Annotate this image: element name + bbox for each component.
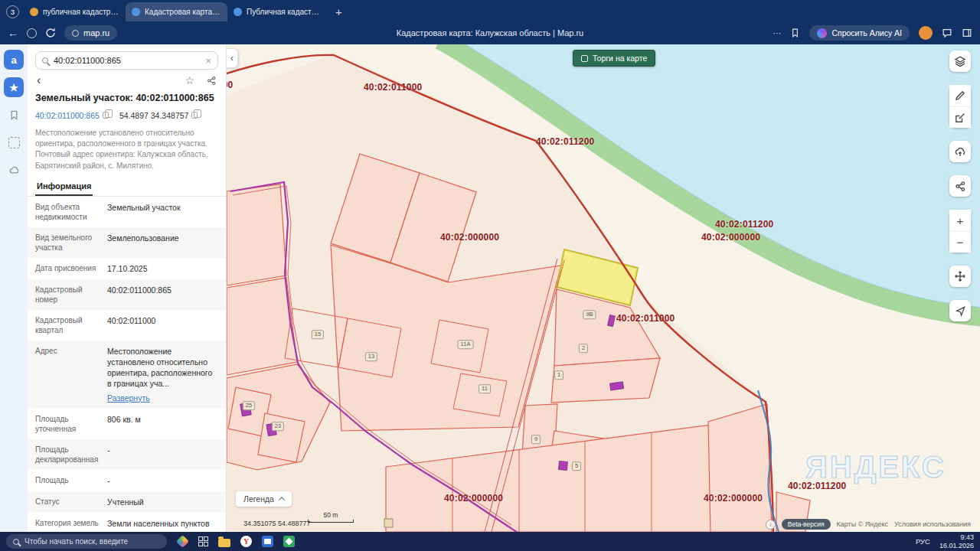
tab-information[interactable]: Информация [35, 176, 93, 196]
object-description: Местоположение установлено относительно … [35, 128, 218, 171]
ruler-button[interactable] [949, 85, 971, 106]
pencil-icon [954, 90, 966, 102]
map-toolbar: + − [949, 51, 971, 334]
info-value: Земли населенных пунктов [107, 518, 218, 529]
address-bar[interactable]: map.ru [64, 25, 117, 41]
cloud-tool-button[interactable] [4, 160, 24, 180]
legend-label: Легенда [243, 494, 274, 504]
toolbar-right: ··· Спросить Алису AI [773, 25, 972, 41]
info-row: Категория земельЗемли населенных пунктов [28, 513, 226, 532]
taskbar: Чтобы начать поиск, введите Y РУС 9:43 1… [0, 532, 980, 551]
pan-button[interactable] [949, 266, 971, 287]
tab-counter[interactable]: 3 [6, 5, 19, 18]
info-label: Категория земель [35, 518, 101, 529]
app-logo[interactable]: a [4, 50, 24, 70]
layers-button[interactable] [949, 51, 971, 72]
mail-app-icon[interactable] [262, 536, 273, 547]
task-view-icon[interactable] [198, 536, 208, 546]
profile-avatar[interactable] [919, 26, 933, 40]
info-value: Местоположение установлено относительно … [107, 346, 218, 403]
bookmark-tool-button[interactable] [4, 105, 24, 125]
share-map-button[interactable] [949, 175, 971, 197]
new-tab-button[interactable]: + [335, 5, 342, 18]
my-location-button[interactable] [949, 300, 971, 321]
info-row: Кадастровый квартал40:02:011000 [28, 310, 226, 341]
browser-tab-1[interactable]: публичная кадастровая к [24, 2, 126, 21]
terms-link[interactable]: Условия использования [894, 520, 971, 528]
search-input[interactable] [54, 56, 200, 65]
more-icon[interactable]: ··· [773, 29, 781, 37]
torgi-na-karte-button[interactable]: Торги на карте [573, 50, 655, 67]
side-panel-icon[interactable] [962, 28, 972, 38]
info-label: Вид земельного участка [35, 233, 101, 253]
export-button[interactable] [949, 141, 971, 162]
info-value: 806 кв. м [107, 414, 218, 434]
info-icon[interactable]: i [766, 520, 776, 530]
chevron-up-icon [279, 497, 285, 503]
legend-button[interactable]: Легенда [236, 491, 292, 507]
language-indicator[interactable]: РУС [916, 537, 930, 546]
info-label: Дата присвоения [35, 263, 101, 274]
yandex-watermark: ЯНДЕКС [805, 450, 946, 484]
search-icon [42, 57, 48, 64]
tab-label: публичная кадастровая к [43, 8, 119, 16]
cadastral-number-link[interactable]: 40:02:011000:865 [35, 111, 100, 120]
building-footprint [384, 519, 393, 527]
info-row: Площадь декларированная- [28, 439, 226, 470]
zoom-out-button[interactable]: − [949, 231, 971, 253]
copy-icon[interactable] [103, 112, 109, 119]
info-row: Вид объекта недвижимостиЗемельный участо… [28, 197, 226, 227]
tab-favicon [132, 8, 140, 16]
clear-search-icon[interactable]: × [205, 55, 211, 67]
zoom-in-button[interactable]: + [949, 210, 971, 231]
bookmark-icon[interactable] [790, 28, 800, 38]
expand-link[interactable]: Развернуть [107, 393, 218, 403]
edit-button[interactable] [949, 106, 971, 128]
content-area: a ★ × ‹ ☆ [0, 44, 980, 532]
share-icon[interactable] [207, 76, 217, 86]
tab-favicon [30, 8, 38, 16]
info-value: Землепользование [107, 233, 218, 253]
chat-icon[interactable] [942, 28, 952, 38]
taskbar-search[interactable]: Чтобы начать поиск, введите [6, 534, 167, 549]
navigation-arrow-icon [955, 305, 966, 317]
info-row: Дата присвоения17.10.2025 [28, 258, 226, 279]
taskbar-clock[interactable]: 9:43 16.01.2026 [939, 533, 974, 550]
browser-tab-3[interactable]: Публичная кадастровая [227, 2, 329, 21]
info-label: Адрес [35, 346, 101, 403]
object-coordinates: 54.4897 34.348757 [119, 111, 189, 120]
favorite-icon[interactable]: ☆ [185, 74, 194, 86]
info-label: Площадь [35, 475, 101, 486]
yandex-browser-icon[interactable]: Y [240, 536, 252, 547]
collapse-panel-button[interactable]: ‹ [227, 48, 238, 68]
info-row: Вид земельного участкаЗемлепользование [28, 227, 226, 258]
scale-label: 50 m [324, 511, 338, 519]
back-icon[interactable]: ← [8, 28, 18, 38]
info-table: Вид объекта недвижимостиЗемельный участо… [28, 197, 226, 532]
info-value: - [107, 475, 218, 486]
alice-button[interactable]: Спросить Алису AI [809, 25, 910, 41]
compose-icon [954, 112, 966, 124]
panel-back-icon[interactable]: ‹ [37, 74, 41, 86]
refresh-icon[interactable] [45, 28, 56, 38]
widgets-icon[interactable] [176, 535, 189, 548]
map-area[interactable]: ЯНДЕКС 40:02:01100040:02:01100040:02:011… [227, 44, 980, 532]
info-value: 17.10.2025 [107, 263, 218, 274]
date: 16.01.2026 [939, 542, 974, 550]
info-value: 40:02:011000:865 [107, 285, 218, 305]
select-area-tool-button[interactable] [4, 132, 24, 152]
layers-icon [954, 55, 966, 67]
alice-label: Спросить Алису AI [831, 28, 902, 37]
move-icon [954, 270, 966, 282]
file-explorer-icon[interactable] [218, 539, 230, 547]
scale-line [308, 520, 354, 523]
protect-icon[interactable] [27, 28, 37, 38]
checkbox-icon [581, 55, 588, 62]
copy-icon[interactable] [191, 112, 198, 119]
green-app-icon[interactable] [283, 536, 295, 547]
info-row: Площадь уточненная806 кв. м [28, 409, 226, 439]
browser-tab-2-active[interactable]: Кадастровая карта: Ка [126, 2, 227, 21]
favorites-tool-button[interactable]: ★ [4, 77, 24, 97]
search-box[interactable]: × [35, 51, 218, 70]
panel-tabs: Информация [28, 176, 226, 197]
